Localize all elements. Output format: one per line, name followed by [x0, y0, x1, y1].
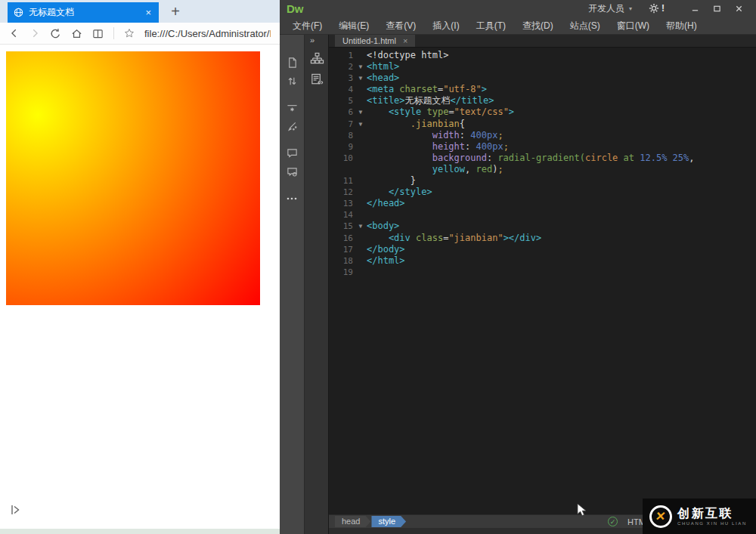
menu-item[interactable]: 工具(T)	[468, 17, 514, 35]
line-number: 13	[329, 198, 355, 209]
maximize-button[interactable]	[706, 2, 728, 15]
code-text: <body>	[367, 221, 399, 232]
fold-gutter	[355, 233, 367, 244]
tab-close-icon[interactable]: ×	[144, 7, 153, 18]
code-line[interactable]: 16<div class="jianbian"></div>	[329, 233, 756, 244]
fold-arrow-icon[interactable]: ▼	[355, 119, 367, 130]
line-number: 1	[329, 50, 355, 61]
watermark-cn-text: 创新互联	[677, 507, 747, 520]
address-url[interactable]: file:///C:/Users/Administrator/D	[144, 28, 271, 39]
comment-button[interactable]	[280, 144, 304, 162]
code-view[interactable]: 1<!doctype html>2▼<html>3▼<head>4<meta c…	[329, 48, 756, 514]
menu-item[interactable]: 帮助(H)	[658, 17, 705, 35]
menu-item[interactable]: 查找(D)	[514, 17, 562, 35]
code-line[interactable]: yellow, red);	[329, 164, 756, 175]
code-line[interactable]: 4<meta charset="utf-8">	[329, 84, 756, 95]
workspace-label: 开发人员	[588, 2, 624, 15]
code-line[interactable]: 15▼<body>	[329, 221, 756, 232]
menu-item[interactable]: 文件(F)	[284, 17, 330, 35]
browser-nav-bar: file:///C:/Users/Administrator/D	[0, 23, 280, 45]
maximize-icon	[713, 5, 721, 13]
code-line[interactable]: 8width: 400px;	[329, 130, 756, 141]
comment-settings-button[interactable]	[280, 162, 304, 181]
browser-viewport	[0, 45, 280, 529]
code-line[interactable]: 18</html>	[329, 255, 756, 267]
fold-arrow-icon[interactable]: ▼	[355, 61, 367, 73]
line-number: 2	[329, 61, 355, 73]
fold-gutter	[355, 84, 367, 95]
minimize-button[interactable]	[684, 2, 706, 15]
menu-item[interactable]: 站点(S)	[562, 17, 609, 35]
fold-gutter	[355, 244, 367, 255]
home-icon	[71, 28, 82, 39]
get-put-files-button[interactable]	[280, 72, 304, 91]
back-button[interactable]	[9, 28, 20, 39]
line-number: 16	[329, 233, 355, 244]
gear-icon	[649, 3, 659, 14]
apply-formatting-button[interactable]	[280, 98, 304, 117]
format-painter-button[interactable]	[280, 117, 304, 136]
chevron-down-icon: ▾	[629, 5, 632, 12]
brush-icon	[287, 121, 298, 132]
home-button[interactable]	[71, 28, 82, 39]
line-number: 10	[329, 153, 355, 164]
code-line[interactable]: 9height: 400px;	[329, 141, 756, 153]
fold-gutter	[355, 50, 367, 61]
document-tab[interactable]: Untitled-1.html ×	[335, 35, 415, 47]
dw-menu-bar: 文件(F)编辑(E)查看(V)插入(I)工具(T)查找(D)站点(S)窗口(W)…	[280, 17, 756, 35]
tag-selector-head[interactable]: head	[335, 516, 370, 527]
code-text: <style type="text/css">	[367, 106, 514, 118]
sync-settings-button[interactable]: !	[649, 3, 665, 14]
line-number: 3	[329, 73, 355, 84]
more-tools-button[interactable]	[280, 189, 304, 208]
code-line[interactable]: 11}	[329, 175, 756, 187]
menu-item[interactable]: 插入(I)	[424, 17, 467, 35]
code-line[interactable]: 12</style>	[329, 187, 756, 198]
code-line[interactable]: 6▼<style type="text/css">	[329, 106, 756, 118]
tag-selector-style[interactable]: style	[371, 516, 406, 527]
files-panel-button[interactable]	[310, 51, 324, 69]
refresh-button[interactable]	[50, 28, 61, 39]
code-text: </head>	[367, 198, 405, 209]
snippets-panel-button[interactable]	[310, 73, 324, 90]
file-management-button[interactable]	[280, 53, 304, 72]
code-line[interactable]: 19	[329, 267, 756, 278]
code-text: </body>	[367, 244, 405, 255]
forward-button[interactable]	[29, 28, 40, 39]
code-line[interactable]: 3▼<head>	[329, 73, 756, 84]
code-line[interactable]: 13</head>	[329, 198, 756, 209]
favorite-button[interactable]	[124, 28, 135, 39]
close-button[interactable]	[728, 2, 750, 15]
code-line[interactable]: 14	[329, 209, 756, 221]
sidebar-expand-button[interactable]	[9, 503, 23, 520]
browser-tab-bar: 无标题文档 × +	[0, 0, 280, 23]
code-line[interactable]: 17</body>	[329, 244, 756, 255]
menu-item[interactable]: 窗口(W)	[609, 17, 658, 35]
code-text: background: radial-gradient(circle at 12…	[367, 153, 695, 164]
expand-panels-button[interactable]: »	[310, 35, 313, 45]
fold-arrow-icon[interactable]: ▼	[355, 221, 367, 232]
watermark-en-text: CHUANG XIN HU LIAN	[677, 520, 747, 526]
menu-item[interactable]: 查看(V)	[377, 17, 424, 35]
menu-item[interactable]: 编辑(E)	[330, 17, 377, 35]
code-line[interactable]: 1<!doctype html>	[329, 50, 756, 61]
workspace-switcher[interactable]: 开发人员 ▾	[588, 2, 632, 15]
dw-title-bar: Dw 开发人员 ▾ !	[280, 0, 756, 17]
line-number: 9	[329, 141, 355, 153]
pointer-icon	[577, 503, 587, 517]
code-line[interactable]: 7▼.jianbian{	[329, 119, 756, 130]
code-text: <title>无标题文档</title>	[367, 95, 494, 106]
dw-toolbar	[280, 35, 304, 534]
document-tab-close-icon[interactable]: ×	[403, 36, 407, 45]
window-controls	[684, 2, 750, 15]
browser-active-tab[interactable]: 无标题文档 ×	[8, 2, 159, 23]
fold-gutter	[355, 198, 367, 209]
star-icon	[124, 28, 135, 39]
code-line[interactable]: 10background: radial-gradient(circle at …	[329, 153, 756, 164]
new-tab-button[interactable]: +	[165, 2, 186, 21]
fold-arrow-icon[interactable]: ▼	[355, 106, 367, 118]
code-line[interactable]: 5<title>无标题文档</title>	[329, 95, 756, 106]
fold-arrow-icon[interactable]: ▼	[355, 73, 367, 84]
reading-list-button[interactable]	[92, 28, 104, 39]
code-line[interactable]: 2▼<html>	[329, 61, 756, 73]
